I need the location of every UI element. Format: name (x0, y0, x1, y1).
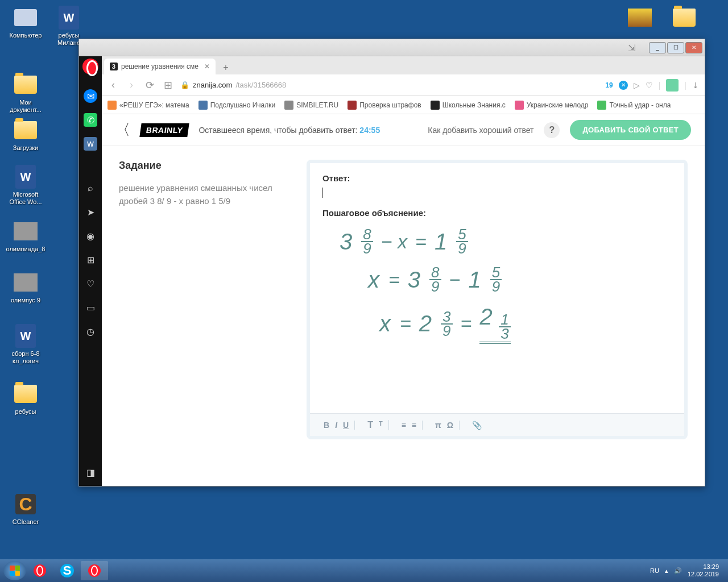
brainly-logo[interactable]: BRAINLY (139, 123, 189, 137)
pin-icon[interactable]: ⇲ (625, 41, 638, 54)
blocker-icon[interactable]: ✕ (619, 81, 628, 90)
bold-button[interactable]: B (324, 421, 329, 430)
desktop-icon[interactable]: Wсборн 6-8 кл_логич (6, 324, 46, 365)
grid-icon[interactable]: ⊞ (84, 253, 97, 267)
howto-text: Как добавить хороший ответ (428, 126, 533, 135)
nav-forward-icon[interactable]: › (126, 79, 137, 91)
desktop-icon[interactable]: олимпиада_8 (6, 219, 46, 253)
whatsapp-icon[interactable]: ✆ (84, 113, 97, 127)
bookmark-item[interactable]: Точный удар - онла (597, 101, 671, 110)
vpn-icon[interactable]: ▷ (634, 81, 640, 90)
nav-back-icon[interactable]: ‹ (107, 79, 119, 91)
bookmark-favicon-icon (597, 101, 606, 110)
desktop-icon[interactable]: ребусы (6, 382, 46, 415)
add-answer-button[interactable]: ДОБАВИТЬ СВОЙ ОТВЕТ (570, 120, 691, 140)
bookmark-item[interactable]: Проверка штрафов (348, 101, 421, 110)
browser-tab[interactable]: З решение уравнения сме ✕ (104, 59, 216, 74)
desktop-icon[interactable]: Загрузки (6, 118, 46, 152)
taskbar-skype[interactable]: S (53, 561, 81, 580)
page-back-icon[interactable]: 〈 (115, 120, 130, 140)
unordered-list-button[interactable]: ≡ (412, 421, 416, 430)
new-tab-button[interactable]: + (219, 61, 233, 74)
desktop-icon[interactable] (664, 6, 704, 32)
maximize-button[interactable]: ☐ (667, 42, 684, 53)
desktop-icon[interactable]: олимпус 9 (6, 271, 46, 304)
bookmark-label: Точный удар - онла (609, 101, 671, 109)
textsize-large-button[interactable]: T (367, 420, 373, 430)
help-icon[interactable]: ? (544, 122, 560, 138)
bookmark-item[interactable]: Подслушано Ичалки (198, 101, 275, 110)
tab-title: решение уравнения сме (121, 63, 198, 70)
italic-button[interactable]: I (335, 421, 337, 430)
bookmark-item[interactable]: SIMBILET.RU (284, 101, 338, 110)
file-icon (14, 219, 38, 243)
icon-label: Компьютер (6, 32, 46, 39)
bookmark-item[interactable]: Украинские мелодр (515, 101, 589, 110)
heart-icon[interactable]: ♡ (84, 277, 97, 290)
icon-label: сборн 6-8 кл_логич (6, 350, 46, 365)
desktop-icon[interactable]: CCCleaner (6, 492, 46, 526)
minimize-button[interactable]: _ (649, 42, 666, 53)
file-icon (14, 382, 38, 406)
omega-button[interactable]: Ω (447, 421, 453, 430)
tray-lang[interactable]: RU (650, 567, 659, 574)
file-icon (14, 118, 38, 142)
start-button[interactable] (3, 561, 26, 580)
hw-num: 2 (419, 311, 432, 336)
tab-bar: З решение уравнения сме ✕ + (102, 56, 705, 74)
attach-button[interactable]: 📎 (472, 421, 482, 430)
download-icon[interactable]: ⤓ (692, 81, 699, 90)
hw-num: 9 (441, 325, 452, 338)
camera-icon[interactable]: ◉ (84, 229, 97, 243)
taskbar: S RU ▴ 🔊 13:29 12.02.2019 (0, 559, 728, 582)
hw-num: 9 (429, 280, 441, 293)
tray-clock[interactable]: 13:29 12.02.2019 (688, 563, 719, 578)
desktop-icon[interactable]: WMicrosoft Office Wo... (6, 165, 46, 206)
timer-label: Оставшееся время, чтобы добавить ответ: (198, 126, 357, 135)
search-icon[interactable]: ⌕ (84, 181, 97, 195)
opera-sidebar: ✉ ✆ w ⌕ ➤ ◉ ⊞ ♡ ▭ ◷ ◨ (79, 56, 102, 486)
ordered-list-button[interactable]: ≡ (402, 421, 406, 430)
textsize-small-button[interactable]: T (379, 420, 383, 430)
address-bar: ‹ › ⟳ ⊞ 🔒 znanija.com/task/31566668 19 ✕… (102, 74, 705, 96)
speed-dial-icon[interactable]: ⊞ (162, 79, 173, 92)
history-icon[interactable]: ◷ (84, 325, 97, 338)
extension-icon[interactable] (666, 79, 679, 92)
icon-label: ребусы (6, 408, 46, 415)
collapse-icon[interactable]: ◨ (84, 465, 97, 479)
url-field[interactable]: 🔒 znanija.com/task/31566668 (180, 81, 598, 89)
tab-close-icon[interactable]: ✕ (204, 63, 210, 70)
tray-volume-icon[interactable]: 🔊 (674, 567, 682, 575)
underline-button[interactable]: U (343, 421, 349, 430)
icon-label: Microsoft Office Wo... (6, 191, 46, 206)
opera-logo-icon[interactable] (82, 59, 98, 74)
editor-toolbar: B I U T T ≡ ≡ (310, 413, 684, 436)
messenger-icon[interactable]: ✉ (84, 89, 97, 103)
vk-icon[interactable]: w (84, 137, 97, 151)
hw-num: 1 (468, 267, 481, 293)
bookmarks-bar: «РЕШУ ЕГЭ»: матемаПодслушано ИчалкиSIMBI… (102, 96, 705, 114)
bookmark-item[interactable]: Школьные Знания.c (431, 101, 506, 110)
send-icon[interactable]: ➤ (84, 205, 97, 219)
hw-num: 2 (479, 304, 492, 329)
frame-icon[interactable]: ▭ (84, 301, 97, 314)
answer-editor[interactable]: Ответ: Пошаговое объяснение: 3 89 − x = (310, 163, 684, 413)
timer-block: Оставшееся время, чтобы добавить ответ: … (198, 126, 380, 135)
taskbar-opera-active[interactable] (81, 561, 108, 580)
tray-up-icon[interactable]: ▴ (665, 567, 668, 575)
desktop-icon[interactable]: Компьютер (6, 6, 46, 39)
hw-num: 3 (499, 327, 510, 340)
heart-outline-icon[interactable]: ♡ (646, 81, 653, 90)
desktop-icon[interactable]: Мои документ... (6, 73, 46, 114)
taskbar-opera[interactable] (26, 561, 53, 580)
reload-icon[interactable]: ⟳ (144, 79, 155, 92)
icon-label: CCleaner (6, 518, 46, 526)
pi-button[interactable]: π (435, 421, 441, 430)
file-icon (14, 73, 38, 97)
hw-op: = (415, 231, 427, 253)
desktop-icon[interactable] (620, 6, 660, 32)
hw-num: 1 (435, 229, 447, 255)
close-button[interactable]: ✕ (685, 42, 702, 53)
bookmark-label: Проверка штрафов (359, 101, 421, 109)
bookmark-item[interactable]: «РЕШУ ЕГЭ»: матема (107, 101, 189, 110)
